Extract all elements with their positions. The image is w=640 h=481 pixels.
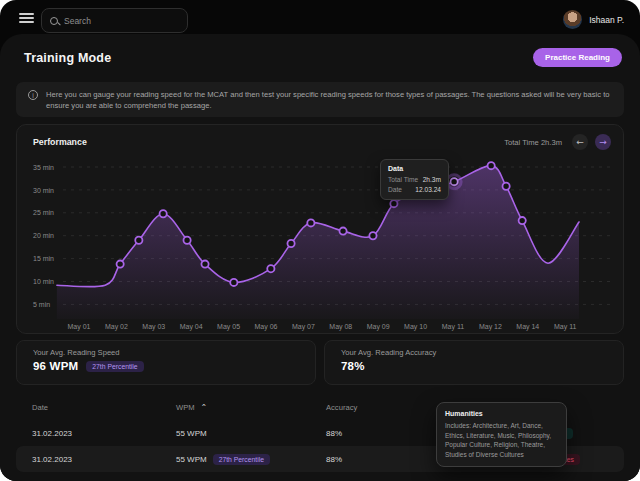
category-tooltip: Humanities Includes: Architecture, Art, … (436, 402, 567, 467)
chart-point[interactable] (183, 237, 190, 244)
x-axis-tick: May 12 (479, 323, 502, 331)
chart-tooltip-value: 12.03.24 (415, 186, 441, 193)
y-axis-tick: 15 min (33, 255, 54, 262)
total-time-label: Total Time 2h.3m (504, 138, 562, 147)
chart-point[interactable] (267, 265, 274, 272)
chart-point[interactable] (230, 279, 237, 286)
cell-wpm: 55 WPM (176, 455, 207, 464)
x-axis-tick: May 05 (217, 323, 240, 331)
percentile-badge: 27th Percentile (86, 361, 143, 372)
x-axis-tick: May 11 (554, 323, 577, 331)
x-axis-tick: May 06 (255, 323, 278, 331)
chart-point[interactable] (201, 260, 208, 267)
chart-next-button[interactable]: → (595, 134, 611, 150)
chart-point[interactable] (390, 200, 397, 207)
performance-chart[interactable]: 35 min30 min25 min20 min15 min10 min5 mi… (17, 153, 625, 335)
col-wpm-label: WPM (176, 403, 195, 412)
top-bar: Ishaan P. (0, 0, 640, 34)
x-axis-tick: May 03 (142, 323, 165, 331)
user-name: Ishaan P. (589, 15, 624, 25)
x-axis-tick: May 04 (180, 323, 203, 331)
menu-icon[interactable] (19, 13, 34, 23)
performance-title: Performance (33, 137, 87, 147)
col-wpm[interactable]: WPM ⌃ (176, 403, 326, 412)
content-surface: Training Mode Practice Reading i Here yo… (0, 34, 640, 481)
chart-point[interactable] (135, 237, 142, 244)
chart-point[interactable] (519, 217, 526, 224)
performance-card: Performance Total Time 2h.3m ← → 35 min3… (16, 124, 624, 334)
avatar[interactable] (563, 10, 582, 29)
col-date: Date (16, 403, 176, 412)
cell-date: 31.02.2023 (16, 455, 176, 464)
avg-speed-label: Your Avg. Reading Speed (33, 348, 299, 357)
info-banner-text: Here you can gauge your reading speed fo… (46, 89, 612, 117)
y-axis-tick: 5 min (33, 301, 50, 308)
chart-point[interactable] (503, 183, 510, 190)
cell-date: 31.02.2023 (16, 429, 176, 438)
chart-tooltip-title: Data (388, 165, 441, 172)
category-tooltip-title: Humanities (445, 410, 558, 417)
search-icon (50, 17, 58, 25)
avg-speed-value: 96 WPM (33, 360, 78, 372)
x-axis-tick: May 14 (516, 323, 539, 331)
user-menu[interactable]: Ishaan P. (563, 10, 624, 29)
chart-point[interactable] (307, 219, 314, 226)
y-axis-tick: 25 min (33, 209, 54, 216)
category-tooltip-body: Includes: Architecture, Art, Dance, Ethi… (445, 421, 558, 459)
chart-point[interactable] (160, 210, 167, 217)
chart-point[interactable] (287, 240, 294, 247)
x-axis-tick: May 08 (329, 323, 352, 331)
avg-accuracy-value: 78% (341, 360, 365, 372)
info-banner: i Here you can gauge your reading speed … (16, 82, 624, 117)
x-axis-tick: May 02 (105, 323, 128, 331)
arrow-right-icon: → (599, 137, 607, 147)
y-axis-tick: 35 min (33, 164, 54, 171)
x-axis-tick: May 07 (292, 323, 315, 331)
cell-wpm: 55 WPM (176, 429, 207, 438)
practice-reading-button[interactable]: Practice Reading (533, 48, 622, 67)
info-icon: i (28, 90, 38, 100)
y-axis-tick: 10 min (33, 278, 54, 285)
chart-point[interactable] (369, 232, 376, 239)
avg-speed-card: Your Avg. Reading Speed 96 WPM 27th Perc… (16, 340, 316, 385)
page-title: Training Mode (24, 51, 111, 65)
chart-point[interactable] (339, 228, 346, 235)
search-input[interactable] (64, 16, 179, 26)
y-axis-tick: 20 min (33, 232, 54, 239)
percentile-badge: 27th Percentile (213, 454, 270, 465)
app-window: Ishaan P. Training Mode Practice Reading… (0, 0, 640, 481)
chart-tooltip-label: Total Time (388, 176, 418, 183)
x-axis-tick: May 01 (68, 323, 91, 331)
x-axis-tick: May 09 (367, 323, 390, 331)
arrow-left-icon: ← (576, 137, 584, 147)
chart-tooltip: Data Total Time 2h.3m Date 12.03.24 (380, 159, 449, 200)
search-box[interactable] (41, 8, 188, 33)
avg-accuracy-card: Your Avg. Reading Accuracy 78% (324, 340, 624, 385)
sort-asc-icon[interactable]: ⌃ (201, 403, 208, 412)
chart-tooltip-label: Date (388, 186, 402, 193)
chart-point[interactable] (488, 162, 495, 169)
chart-prev-button[interactable]: ← (572, 134, 588, 150)
chart-tooltip-value: 2h.3m (423, 176, 441, 183)
chart-point-active[interactable] (451, 178, 458, 185)
avg-accuracy-label: Your Avg. Reading Accuracy (341, 348, 607, 357)
y-axis-tick: 30 min (33, 187, 54, 194)
x-axis-tick: May 11 (442, 323, 465, 331)
chart-point[interactable] (117, 260, 124, 267)
x-axis-tick: May 10 (404, 323, 427, 331)
